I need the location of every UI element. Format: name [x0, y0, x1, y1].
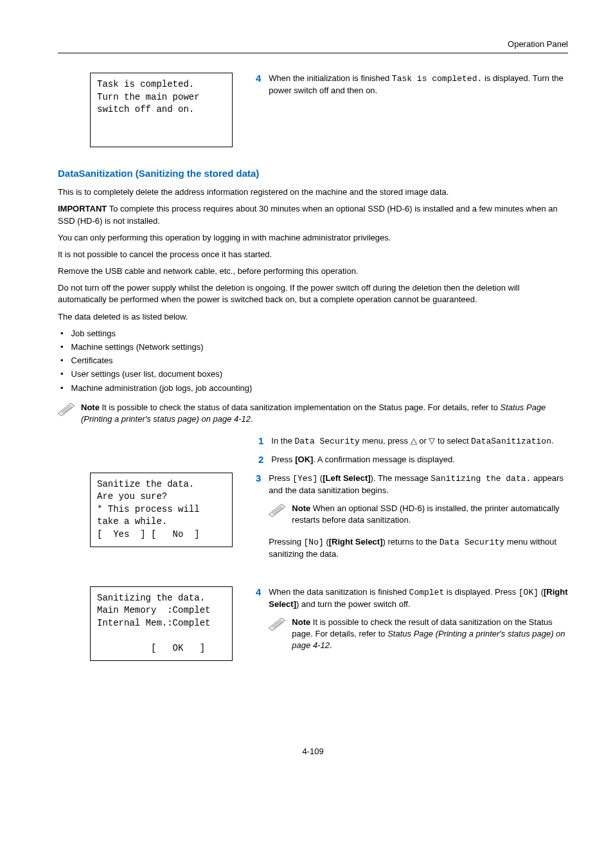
code-text: Complet [409, 588, 445, 597]
note-label: Note [292, 617, 310, 627]
para: The data deleted is as listed below. [58, 311, 568, 323]
lcd-line [97, 630, 102, 640]
header-label: Operation Panel [58, 39, 568, 50]
step-text: Press [OK]. A confirmation message is di… [271, 454, 568, 466]
code-text: Sanitizing the data. [431, 474, 531, 484]
step-3: 3 Press [Yes] ([Left Select]). The messa… [256, 473, 568, 561]
para: You can only performing this operation b… [58, 232, 568, 244]
note-icon [269, 503, 285, 517]
lcd-line: Sanitizing the data. [97, 593, 205, 603]
step-text: In the Data Security menu, press or to s… [271, 435, 568, 448]
note-text: Note When an optional SSD (HD-6) is inst… [292, 503, 568, 526]
step-col: 4 When the initialization is finished Ta… [256, 73, 568, 103]
block-step3: Sanitize the data. Are you sure? * This … [90, 473, 568, 567]
para: This is to completely delete the address… [58, 186, 568, 198]
step-col: 3 Press [Yes] ([Left Select]). The messa… [256, 473, 568, 567]
page-header: Operation Panel [58, 39, 568, 53]
note-label: Note [292, 503, 310, 513]
code-text: Task is completed. [392, 74, 482, 84]
lcd-line [97, 117, 102, 127]
block-top: Task is completed. Turn the main power s… [90, 73, 568, 147]
lcd-line: [ Yes ] [ No ] [97, 529, 200, 539]
list-item: •Machine administration (job logs, job a… [60, 383, 568, 394]
triangle-up-icon [411, 436, 417, 446]
lcd-line: Task is completed. [97, 79, 194, 89]
note-label: Note [81, 402, 100, 412]
svg-marker-0 [58, 403, 75, 416]
section-title: DataSanitization (Sanitizing the stored … [58, 167, 568, 180]
step-number: 2 [258, 454, 263, 466]
lcd-line: Main Memory :Complet [97, 605, 210, 615]
step-number: 4 [256, 73, 261, 96]
note-block: Note It is possible to check the result … [269, 617, 568, 652]
step-4: 4 When the data sanitization is finished… [256, 586, 568, 662]
list-item: •Certificates [60, 355, 568, 366]
svg-marker-6 [269, 618, 285, 631]
lcd-line: take a while. [97, 516, 167, 527]
code-text: [OK] [519, 588, 538, 597]
note-block: Note It is possible to check the status … [58, 402, 568, 425]
step-text: Press [Yes] ([Left Select]). The message… [269, 473, 568, 561]
lcd-line: Sanitize the data. [97, 479, 194, 489]
triangle-down-icon [429, 436, 435, 446]
important-label: IMPORTANT [58, 204, 107, 213]
code-text: Data Security [294, 437, 359, 446]
code-text: Data Security [440, 538, 504, 547]
svg-marker-3 [269, 504, 285, 517]
step-4-top: 4 When the initialization is finished Ta… [256, 73, 568, 96]
code-text: [No] [304, 538, 324, 547]
step-text: When the data sanitization is finished C… [269, 586, 568, 662]
para-important: IMPORTANT To complete this process requi… [58, 203, 568, 226]
para: Do not turn off the power supply whilst … [58, 282, 568, 305]
step-1: 1 In the Data Security menu, press or to… [258, 435, 568, 448]
code-text: [Yes] [292, 474, 317, 484]
step-2: 2 Press [OK]. A confirmation message is … [258, 454, 568, 466]
lcd-line [97, 130, 102, 140]
note-icon [269, 617, 285, 631]
step-col: 4 When the data sanitization is finished… [256, 586, 568, 669]
para: It is not possible to cancel the process… [58, 249, 568, 260]
lcd-line: Are you sure? [97, 491, 167, 502]
lcd-line: Internal Mem.:Complet [97, 618, 210, 628]
step-number: 4 [256, 586, 261, 662]
note-icon [58, 402, 75, 416]
list-item: •User settings (user list, document boxe… [60, 368, 568, 380]
block-step4: Sanitizing the data. Main Memory :Comple… [90, 586, 568, 669]
steps-indent: 1 In the Data Security menu, press or to… [258, 435, 568, 466]
note-text: Note It is possible to check the result … [292, 617, 568, 652]
lcd-line: switch off and on. [97, 104, 194, 114]
lcd-screen-2: Sanitize the data. Are you sure? * This … [90, 473, 233, 547]
step-3-extra: Pressing [No] ([Right Select]) returns t… [269, 536, 568, 560]
page-footer: 4-109 [58, 746, 568, 757]
list-item: •Job settings [60, 328, 568, 339]
step-number: 3 [256, 473, 261, 561]
lcd-line: Turn the main power [97, 92, 200, 102]
lcd-screen-3: Sanitizing the data. Main Memory :Comple… [90, 586, 233, 661]
step-number: 1 [258, 435, 263, 448]
list-item: •Machine settings (Network settings) [60, 341, 568, 353]
lcd-line: * This process will [97, 504, 200, 514]
step-text: When the initialization is finished Task… [269, 73, 568, 96]
code-text: DataSanitization [471, 437, 551, 446]
note-block: Note When an optional SSD (HD-6) is inst… [269, 503, 568, 526]
note-text: Note It is possible to check the status … [81, 402, 568, 425]
lcd-line: [ OK ] [97, 643, 205, 653]
lcd-screen-1: Task is completed. Turn the main power s… [90, 73, 233, 147]
bullet-list: •Job settings •Machine settings (Network… [58, 328, 568, 394]
para: Remove the USB cable and network cable, … [58, 266, 568, 277]
